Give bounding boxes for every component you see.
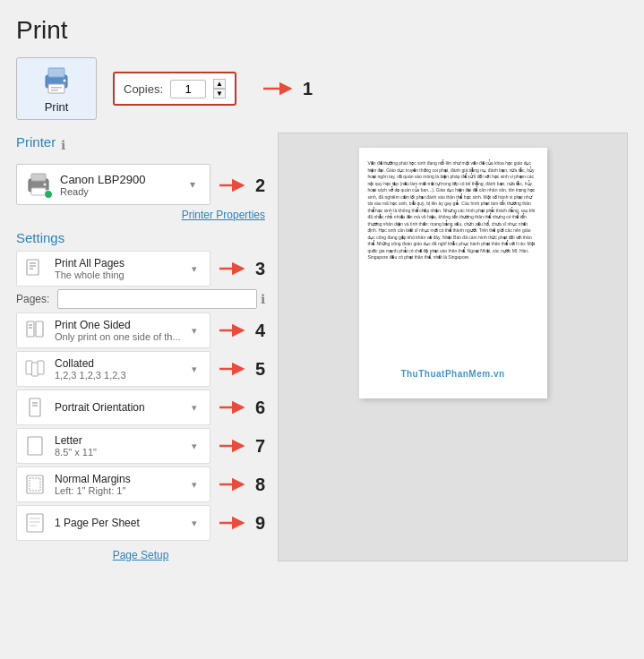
arrow-8: 8 [218, 475, 265, 495]
setting-paper-row: Letter 8.5" x 11" ▾ 7 [16, 428, 265, 464]
label-num-3: 3 [255, 259, 265, 279]
preview-watermark: ThuThuatPhanMem.vn [359, 368, 547, 381]
svg-rect-1 [48, 68, 64, 77]
setting-orientation-row: Portrait Orientation ▾ 6 [16, 389, 265, 425]
sides-icon [22, 318, 47, 343]
setting-margins-label: Normal Margins [55, 473, 185, 485]
setting-collated-dropdown[interactable]: ▾ [192, 356, 204, 381]
copies-input[interactable] [170, 80, 206, 98]
printer-dropdown-arrow[interactable]: ▾ [190, 178, 202, 191]
print-preview-panel: Vấn đề thường phát học sinh đang nổi lên… [278, 133, 628, 561]
label-num-1: 1 [303, 79, 313, 99]
pages-input[interactable] [57, 289, 257, 309]
svg-rect-35 [27, 514, 43, 532]
label-num-9: 9 [255, 513, 265, 534]
setting-orientation-label: Portrait Orientation [55, 401, 185, 414]
arrow-5: 5 [218, 359, 265, 380]
printer-section-title: Printer [16, 134, 56, 150]
setting-pages-range-dropdown[interactable]: ▾ [192, 256, 204, 281]
setting-paper-label: Letter [55, 434, 185, 447]
copies-label: Copies: [124, 82, 163, 96]
arrow-3: 3 [218, 259, 265, 279]
svg-rect-23 [32, 363, 39, 376]
arrow-6: 6 [218, 398, 265, 418]
label-num-5: 5 [255, 359, 265, 380]
setting-margins-row: Normal Margins Left: 1" Right: 1" ▾ 8 [16, 466, 265, 502]
label-num-2: 2 [255, 175, 265, 196]
copies-container: Copies: ▲ ▼ [113, 72, 236, 106]
setting-sides-row: Print One Sided Only print on one side o… [16, 312, 265, 348]
svg-rect-24 [38, 361, 44, 374]
setting-collated[interactable]: Collated 1,2,3 1,2,3 1,2,3 ▾ [16, 351, 210, 387]
printer-status-icon [24, 170, 53, 199]
printer-name: Canon LBP2900 [60, 173, 183, 186]
print-button-label: Print [45, 100, 69, 114]
printer-properties-link[interactable]: Printer Properties [16, 209, 265, 221]
arrow-9: 9 [218, 513, 265, 534]
printer-info-icon: ℹ [61, 138, 65, 152]
setting-pages-per-sheet[interactable]: 1 Page Per Sheet ▾ [16, 505, 210, 541]
setting-sides-label: Print One Sided [55, 319, 185, 331]
copies-down-button[interactable]: ▼ [213, 89, 226, 98]
setting-sides-dropdown[interactable]: ▾ [192, 318, 204, 343]
label-num-8: 8 [255, 475, 265, 495]
setting-pages-range-label: Print All Pages [55, 257, 185, 270]
printer-icon [40, 64, 73, 97]
setting-pages-range[interactable]: Print All Pages The whole thing ▾ [16, 251, 210, 287]
preview-text: Vấn đề thường phát học sinh đang nổi lên… [368, 160, 538, 261]
svg-rect-30 [28, 437, 42, 455]
setting-pps-dropdown[interactable]: ▾ [192, 510, 204, 535]
arrow-2: 2 [218, 175, 265, 196]
svg-point-5 [64, 79, 66, 81]
setting-pages-range-sub: The whole thing [55, 270, 185, 280]
setting-paper-sub: 8.5" x 11" [55, 447, 185, 458]
margins-icon [22, 472, 47, 497]
svg-rect-26 [30, 398, 40, 416]
arrow-7: 7 [218, 436, 265, 457]
setting-pages-range-row: Print All Pages The whole thing ▾ 3 [16, 251, 265, 287]
copies-spinner: ▲ ▼ [213, 79, 226, 98]
printer-selector[interactable]: Canon LBP2900 Ready ▾ [16, 164, 210, 205]
page-title: Print [16, 16, 628, 45]
printer-ready-dot [44, 190, 53, 199]
svg-rect-4 [51, 90, 58, 91]
page-setup-link[interactable]: Page Setup [16, 549, 265, 561]
svg-rect-12 [27, 260, 39, 275]
setting-paper[interactable]: Letter 8.5" x 11" ▾ [16, 428, 210, 464]
setting-margins[interactable]: Normal Margins Left: 1" Right: 1" ▾ [16, 466, 210, 502]
pages-info-icon: ℹ [261, 292, 265, 306]
setting-orientation[interactable]: Portrait Orientation ▾ [16, 389, 210, 425]
pps-icon [22, 510, 47, 535]
setting-pps-label: 1 Page Per Sheet [55, 517, 185, 529]
pages-input-row: Pages: ℹ [16, 289, 265, 309]
arrow-1: 1 [262, 78, 313, 99]
setting-collated-row: Collated 1,2,3 1,2,3 1,2,3 ▾ 5 [16, 351, 265, 387]
svg-rect-22 [26, 361, 32, 374]
pages-range-icon [22, 256, 47, 281]
setting-margins-sub: Left: 1" Right: 1" [55, 485, 185, 496]
setting-margins-dropdown[interactable]: ▾ [192, 472, 204, 497]
paper-icon [22, 433, 47, 458]
printer-status: Ready [60, 186, 183, 197]
setting-sides[interactable]: Print One Sided Only print on one side o… [16, 312, 210, 348]
orientation-icon [22, 395, 47, 420]
setting-paper-dropdown[interactable]: ▾ [192, 433, 204, 458]
label-num-6: 6 [255, 398, 265, 418]
setting-orientation-dropdown[interactable]: ▾ [192, 395, 204, 420]
preview-page: Vấn đề thường phát học sinh đang nổi lên… [359, 148, 547, 398]
copies-up-button[interactable]: ▲ [213, 79, 226, 89]
svg-rect-8 [31, 174, 46, 181]
setting-sides-sub: Only print on one side of th... [55, 331, 185, 342]
collated-icon [22, 356, 47, 381]
svg-rect-17 [27, 321, 34, 337]
svg-rect-2 [48, 84, 64, 93]
pages-label: Pages: [16, 293, 54, 305]
settings-section-title: Settings [16, 230, 265, 245]
svg-point-10 [44, 184, 47, 186]
setting-collated-sub: 1,2,3 1,2,3 1,2,3 [55, 370, 185, 381]
setting-pps-row: 1 Page Per Sheet ▾ 9 [16, 505, 265, 541]
label-num-4: 4 [255, 321, 265, 341]
svg-rect-18 [36, 321, 43, 337]
print-button[interactable]: Print [16, 57, 97, 120]
label-num-7: 7 [255, 436, 265, 457]
